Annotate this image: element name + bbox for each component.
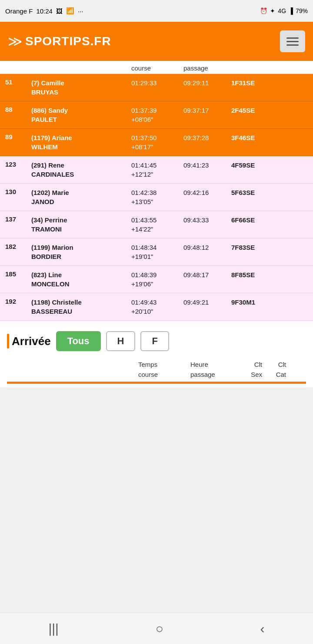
row-num: 182 — [5, 243, 31, 250]
filter-f-button[interactable]: F — [140, 331, 169, 351]
arrivee-section: Arrivée Tous H F Temps Heure Clt Clt cou… — [0, 321, 313, 387]
row-rank: 1F31SE — [231, 78, 308, 87]
status-right: ⏰ ✦ 4G ▐ 79% — [260, 7, 308, 14]
bcs-cat-label: Cat — [262, 371, 286, 378]
bch-name-empty — [12, 361, 138, 368]
table-row: 51 (7) CamilleBRUYAS 01:29:33 09:29:11 1… — [0, 74, 313, 101]
filter-h-button[interactable]: H — [106, 331, 136, 351]
table-row: 185 (823) LineMONCELON 01:48:39+19'06" 0… — [0, 266, 313, 293]
column-header-partial: course passage — [0, 61, 313, 74]
bottom-column-header-row1: Temps Heure Clt Clt — [7, 358, 306, 371]
row-passage: 09:37:17 — [183, 106, 231, 115]
status-left: Orange F 10:24 🖼 📶 ··· — [5, 7, 83, 15]
logo-icon: ≫ — [8, 33, 23, 50]
row-rank: 4F59SE — [231, 161, 308, 170]
row-rank: 7F83SE — [231, 243, 308, 252]
row-time: 01:41:45+12'12" — [131, 161, 183, 179]
filter-tous-button[interactable]: Tous — [56, 331, 101, 351]
battery-label: 79% — [296, 7, 308, 14]
bcs-passage-label: passage — [190, 371, 238, 378]
time-label: 10:24 — [36, 7, 53, 15]
nav-back-button[interactable]: ‹ — [252, 618, 273, 640]
row-time: 01:49:43+20'10" — [131, 298, 183, 316]
orange-divider — [7, 382, 306, 384]
bch-clt-cat-label: Clt — [262, 361, 286, 368]
row-rank: 8F85SE — [231, 270, 308, 279]
row-name: (1199) MarionBORDIER — [31, 243, 131, 261]
bcs-name-empty — [12, 371, 138, 378]
bch-heure-label: Heure — [190, 361, 238, 368]
table-row: 192 (1198) ChristelleBASSEREAU 01:49:43+… — [0, 293, 313, 321]
network-icon: 4G — [278, 7, 286, 14]
row-passage: 09:43:33 — [183, 215, 231, 225]
row-time: 01:48:39+19'06" — [131, 270, 183, 288]
alarm-icon: ⏰ — [260, 7, 267, 14]
row-num: 130 — [5, 188, 31, 195]
table-row: 130 (1202) MarieJANOD 01:42:38+13'05" 09… — [0, 184, 313, 211]
table-row: 89 (1179) ArianeWILHEM 01:37:50+08'17" 0… — [0, 129, 313, 156]
bch-temps-label: Temps — [138, 361, 190, 368]
row-time: 01:29:33 — [131, 78, 183, 87]
results-table: course passage 51 (7) CamilleBRUYAS 01:2… — [0, 61, 313, 321]
row-rank: 6F66SE — [231, 215, 308, 225]
app-header: ≫ SPORTIPS.FR — [0, 22, 313, 61]
bottom-column-header-row2: course passage Sex Cat — [7, 371, 306, 382]
row-time: 01:37:50+08'17" — [131, 133, 183, 151]
row-name: (1198) ChristelleBASSEREAU — [31, 298, 131, 316]
table-row: 137 (34) PerrineTRAMONI 01:43:55+14'22" … — [0, 211, 313, 238]
row-rank: 9F30M1 — [231, 298, 308, 307]
row-name: (1179) ArianeWILHEM — [31, 133, 131, 151]
row-time: 01:37:39+08'06" — [131, 106, 183, 124]
row-time: 01:48:34+19'01" — [131, 243, 183, 261]
nav-home-button[interactable]: ○ — [147, 618, 172, 640]
row-passage: 09:49:21 — [183, 298, 231, 307]
row-name: (823) LineMONCELON — [31, 270, 131, 288]
row-name: (7) CamilleBRUYAS — [31, 78, 131, 97]
hamburger-button[interactable] — [280, 30, 305, 52]
hamburger-line-2 — [286, 41, 299, 42]
row-passage: 09:42:16 — [183, 188, 231, 197]
col-header-course: course — [131, 64, 183, 72]
status-bar: Orange F 10:24 🖼 📶 ··· ⏰ ✦ 4G ▐ 79% — [0, 0, 313, 22]
nav-menu-button[interactable]: ||| — [40, 618, 67, 640]
bcs-sex-label: Sex — [238, 371, 262, 378]
photo-icon: 🖼 — [56, 7, 63, 15]
col-header-rank — [231, 64, 308, 72]
carrier-label: Orange F — [5, 7, 33, 15]
more-icon: ··· — [78, 7, 83, 15]
hamburger-line-3 — [286, 44, 299, 46]
row-num: 88 — [5, 106, 31, 113]
bcs-course-label: course — [138, 371, 190, 378]
arrivee-label: Arrivée — [7, 334, 51, 349]
row-rank: 3F46SE — [231, 133, 308, 142]
table-row: 123 (291) ReneCARDINALES 01:41:45+12'12"… — [0, 156, 313, 184]
row-name: (1202) MarieJANOD — [31, 188, 131, 206]
wifi-bars-icon: ▐ — [289, 7, 293, 14]
row-num: 89 — [5, 133, 31, 141]
bluetooth-icon: ✦ — [270, 7, 275, 14]
logo-area: ≫ SPORTIPS.FR — [8, 33, 111, 50]
row-passage: 09:37:28 — [183, 133, 231, 142]
row-num: 185 — [5, 270, 31, 278]
row-name: (886) SandyPAULET — [31, 106, 131, 124]
table-row: 88 (886) SandyPAULET 01:37:39+08'06" 09:… — [0, 101, 313, 129]
row-name: (34) PerrineTRAMONI — [31, 215, 131, 234]
row-passage: 09:41:23 — [183, 161, 231, 170]
row-num: 192 — [5, 298, 31, 305]
arrivee-bar — [7, 334, 9, 349]
row-name: (291) ReneCARDINALES — [31, 161, 131, 179]
arrivee-filter-row: Arrivée Tous H F — [7, 331, 306, 351]
row-time: 01:42:38+13'05" — [131, 188, 183, 206]
row-time: 01:43:55+14'22" — [131, 215, 183, 234]
row-num: 51 — [5, 78, 31, 86]
col-header-empty — [5, 64, 131, 72]
signal-icon: 📶 — [66, 7, 74, 15]
row-num: 137 — [5, 215, 31, 223]
bch-clt-sex-label: Clt — [238, 361, 262, 368]
col-header-passage: passage — [183, 64, 231, 72]
row-rank: 5F63SE — [231, 188, 308, 197]
hamburger-line-1 — [286, 37, 299, 39]
row-passage: 09:29:11 — [183, 78, 231, 87]
row-num: 123 — [5, 161, 31, 168]
row-rank: 2F45SE — [231, 106, 308, 115]
